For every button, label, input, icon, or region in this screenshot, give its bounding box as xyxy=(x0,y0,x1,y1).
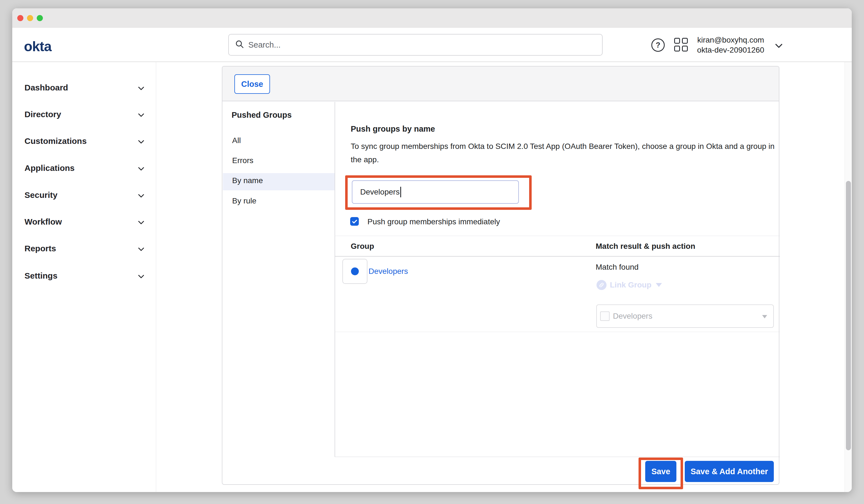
link-group-button[interactable]: Link Group xyxy=(597,280,662,290)
column-header-group: Group xyxy=(351,242,374,251)
chevron-down-icon xyxy=(137,245,145,254)
subnav-item-by-name[interactable]: By name xyxy=(223,175,335,187)
save-add-another-button[interactable]: Save & Add Another xyxy=(685,461,774,482)
chevron-down-icon xyxy=(137,111,145,120)
sidebar-item-directory[interactable]: Directory xyxy=(12,109,156,121)
save-button[interactable]: Save xyxy=(645,461,676,482)
sidebar-item-security[interactable]: Security xyxy=(12,189,156,202)
divider xyxy=(335,457,780,457)
search-icon xyxy=(235,39,244,50)
browser-window: okta Search... ? kiran@boxyhq.com okta-d… xyxy=(12,8,852,492)
account-email: kiran@boxyhq.com xyxy=(693,35,768,45)
divider xyxy=(335,256,780,256)
search-placeholder: Search... xyxy=(248,40,280,49)
chevron-down-icon xyxy=(137,191,145,201)
group-name-value: Developers xyxy=(360,188,400,196)
account-chevron-down-icon[interactable] xyxy=(774,41,784,52)
close-button[interactable]: Close xyxy=(235,74,270,94)
chevron-down-icon xyxy=(137,272,145,281)
match-result-text: Match found xyxy=(596,263,638,272)
scrollbar-thumb[interactable] xyxy=(846,181,851,450)
subnav-item-by-rule[interactable]: By rule xyxy=(223,195,335,208)
chevron-down-icon xyxy=(137,165,145,174)
sidebar: Dashboard Directory Customizations Appli… xyxy=(12,62,156,492)
apps-grid-icon[interactable] xyxy=(674,38,689,52)
group-icon-tile xyxy=(343,259,368,284)
window-titlebar xyxy=(12,8,852,28)
chevron-down-icon xyxy=(137,137,145,147)
group-name-input[interactable]: Developers xyxy=(352,180,519,204)
group-link[interactable]: Developers xyxy=(369,267,408,276)
desktop-background: okta Search... ? kiran@boxyhq.com okta-d… xyxy=(0,0,864,504)
group-placeholder-icon xyxy=(600,311,610,321)
push-groups-panel: Close Pushed Groups All Errors By name B… xyxy=(222,66,779,485)
link-group-label: Link Group xyxy=(610,280,651,289)
checkbox-label: Push group memberships immediately xyxy=(368,217,500,226)
sidebar-item-customizations[interactable]: Customizations xyxy=(12,135,156,147)
app-header: okta Search... ? kiran@boxyhq.com okta-d… xyxy=(12,28,852,62)
sidebar-item-settings[interactable]: Settings xyxy=(12,270,156,282)
chain-link-icon xyxy=(597,280,607,290)
subnav-item-all[interactable]: All xyxy=(223,135,335,147)
window-close-button[interactable] xyxy=(17,15,23,21)
scrollbar-track[interactable] xyxy=(844,62,852,492)
checkmark-icon xyxy=(351,218,358,225)
page-title: Push groups by name xyxy=(351,124,435,134)
group-avatar-icon xyxy=(351,267,359,275)
panel-header: Close xyxy=(223,67,779,101)
dropdown-triangle-icon xyxy=(656,283,662,287)
account-menu[interactable]: kiran@boxyhq.com okta-dev-20901260 xyxy=(693,35,768,55)
okta-logo[interactable]: okta xyxy=(24,38,51,55)
text-cursor xyxy=(400,187,401,197)
chevron-down-icon xyxy=(137,218,145,228)
divider xyxy=(335,102,335,457)
help-icon[interactable]: ? xyxy=(651,38,665,52)
window-zoom-button[interactable] xyxy=(37,15,43,21)
chevron-down-icon xyxy=(137,84,145,94)
sidebar-item-dashboard[interactable]: Dashboard xyxy=(12,82,156,94)
search-input[interactable]: Search... xyxy=(228,34,603,56)
target-group-select[interactable]: Developers xyxy=(596,304,774,328)
select-caret-icon xyxy=(762,315,767,319)
sidebar-item-applications[interactable]: Applications xyxy=(12,162,156,175)
push-immediately-checkbox[interactable] xyxy=(350,217,359,226)
sidebar-item-workflow[interactable]: Workflow xyxy=(12,216,156,228)
subnav-item-errors[interactable]: Errors xyxy=(223,155,335,167)
account-org: okta-dev-20901260 xyxy=(693,45,768,55)
window-minimize-button[interactable] xyxy=(27,15,33,21)
sidebar-item-reports[interactable]: Reports xyxy=(12,243,156,255)
column-header-match: Match result & push action xyxy=(596,242,695,251)
page-description: To sync group memberships from Okta to S… xyxy=(351,140,785,166)
subnav-title: Pushed Groups xyxy=(231,110,292,120)
target-group-value: Developers xyxy=(613,312,652,321)
